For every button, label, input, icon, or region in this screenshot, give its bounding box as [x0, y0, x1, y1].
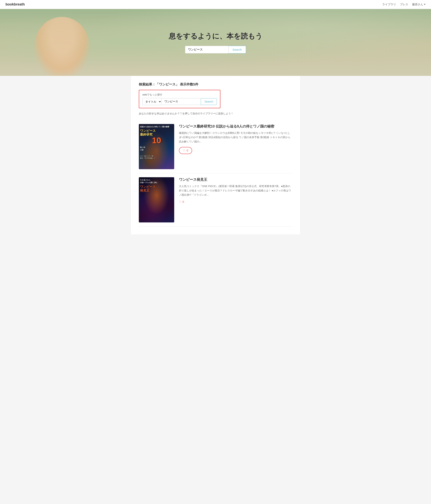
cover-footer-1: Dの一族とRの一族新説「和月同相論」と — [140, 155, 173, 159]
nav-user-label: 藤原さん — [412, 3, 423, 6]
chevron-down-icon — [424, 4, 425, 5]
hero-child-decoration — [34, 17, 90, 76]
web-search-label: webでもっと探す — [142, 93, 217, 97]
main-content: 検索結果：「ワンピース」 表示件数5件 webでもっと探す タイトル Searc… — [131, 76, 300, 234]
cover-subtitle-2: 引き返された伏線パズルの謎に挑む — [140, 179, 173, 184]
book-info-2: ワンピース発見王 大人気コミックス『ONE PIECE』(尾田栄一郎著:集英社刊… — [179, 177, 292, 222]
book-description-1: 徹底的にワノ国編を大解剖！コウシロウは赤鞘9人男! モモの助の妹をシモツキ村に?… — [179, 131, 292, 144]
hero-title: 息をするように、本を読もう — [169, 31, 263, 41]
hero-search-input[interactable] — [185, 46, 228, 54]
cover-extra-1: 龍と蛇の謎 — [140, 146, 173, 151]
hero-content: 息をするように、本を読もう Search — [169, 31, 263, 54]
book-title-1[interactable]: ワンピース最終研究10 伝説から辿る9人の侍とワノ国の秘密 — [179, 124, 292, 129]
like-button-1[interactable]: ♡ 0 — [179, 147, 192, 154]
like-count-2: 0 — [183, 200, 184, 203]
hint-text: あなたの好きな本はありませんか？♡を押して自分のライブラリーに追加しよう！ — [139, 112, 233, 115]
hero-section: 息をするように、本を読もう Search — [0, 9, 431, 76]
book-item: 伝説から辿る9人の侍とワノ国の秘密 ワンピース最終研究 10 龍と蛇の謎 Dの一… — [139, 120, 292, 173]
heart-icon-2: ♡ — [179, 200, 182, 203]
like-inline-2[interactable]: ♡ 0 — [179, 200, 292, 203]
web-search-button[interactable]: Search — [201, 98, 217, 105]
cover-num-1: 10 — [140, 136, 173, 145]
like-count-1: 0 — [187, 149, 188, 152]
nav-press[interactable]: プレス — [400, 3, 408, 6]
cover-title-1: ワンピース最終研究 — [140, 129, 173, 136]
cover-subtitle-1: 伝説から辿る9人の侍とワノ国の秘密 — [140, 126, 173, 128]
book-info-1: ワンピース最終研究10 伝説から辿る9人の侍とワノ国の秘密 徹底的にワノ国編を大… — [179, 124, 292, 169]
hero-search-button[interactable]: Search — [228, 46, 246, 54]
book-cover-2[interactable]: 引き返された伏線パズルの謎に挑む ワンピース発見王 — [139, 177, 174, 222]
nav-user[interactable]: 藤原さん — [412, 3, 425, 6]
web-search-box: webでもっと探す タイトル Search — [139, 90, 220, 108]
heart-icon-1: ♡ — [183, 149, 185, 152]
cover-title-2: ワンピース発見王 — [140, 185, 173, 192]
cover-text-overlay-2: 引き返された伏線パズルの謎に挑む ワンピース発見王 — [140, 179, 173, 193]
add-library-hint: あなたの好きな本はありませんか？♡を押して自分のライブラリーに追加しよう！ — [139, 112, 292, 115]
search-type-select[interactable]: タイトル — [142, 98, 161, 105]
hero-search-row: Search — [169, 46, 263, 54]
brand-logo[interactable]: bookbreath — [6, 2, 25, 7]
cover-text-overlay-1: 伝説から辿る9人の侍とワノ国の秘密 ワンピース最終研究 10 龍と蛇の謎 Dの一… — [140, 126, 173, 160]
nav-library[interactable]: ライブラリ — [382, 3, 396, 6]
book-item-2: 引き返された伏線パズルの謎に挑む ワンピース発見王 ワンピース発見王 大人気コミ… — [139, 173, 292, 226]
result-heading: 検索結果：「ワンピース」 表示件数5件 — [139, 82, 292, 87]
navbar: bookbreath ライブラリ プレス 藤原さん — [0, 0, 431, 9]
web-search-row: タイトル Search — [142, 98, 217, 105]
book-title-2[interactable]: ワンピース発見王 — [179, 177, 292, 182]
nav-links: ライブラリ プレス 藤原さん — [382, 3, 425, 6]
web-search-input[interactable] — [161, 98, 201, 105]
book-description-2: 大人気コミックス『ONE PIECE』(尾田栄一郎著:集英社刊)の非公式、研究考… — [179, 184, 292, 197]
book-cover-1[interactable]: 伝説から辿る9人の侍とワノ国の秘密 ワンピース最終研究 10 龍と蛇の謎 Dの一… — [139, 124, 174, 169]
